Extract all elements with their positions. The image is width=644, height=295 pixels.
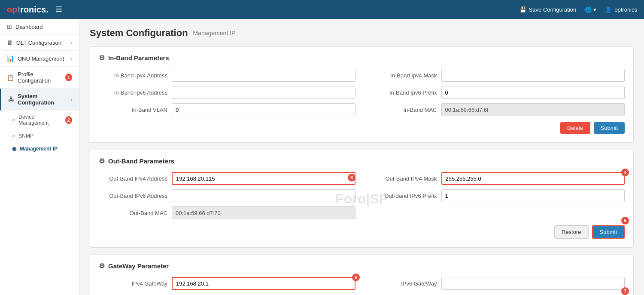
badge-6: 6 — [352, 273, 360, 281]
ipv6-prefix-row: In-Band Ipv6 Prefix — [368, 86, 625, 99]
mac-row: In-Band MAC — [368, 103, 625, 116]
ipv6-gateway-label: IPv6 GateWay — [368, 280, 437, 287]
out-ipv6-prefix-input[interactable] — [441, 189, 625, 202]
out-band-form: Out-Band IPv4 Address 3 Out-Band IPv6 Ad… — [99, 172, 625, 219]
out-mac-label: Out-Band MAC — [99, 210, 167, 216]
navbar: optronics. ☰ 💾 Save Configuration 🌐 ▾ 👤 … — [0, 0, 644, 19]
out-ipv6-prefix-row: Out-Band IPv6 Prefix — [368, 189, 625, 202]
vlan-row: In-Band VLAN — [99, 103, 355, 116]
out-band-restore-button[interactable]: Restore — [554, 225, 589, 239]
out-band-right: Out-Band IPv4 Mask 4 Out-Band IPv6 Prefi… — [368, 172, 625, 219]
user-button[interactable]: 👤 optronics — [605, 6, 637, 13]
profile-icon: 📋 — [7, 74, 14, 81]
gateway-section: ⚙ GateWay Parameter IPv4 GateWay 6 IPv6 … — [90, 255, 634, 295]
out-ipv4-address-input[interactable] — [172, 172, 355, 185]
page-header: System Configuration Management IP — [90, 28, 634, 39]
hamburger-icon[interactable]: ☰ — [55, 5, 62, 14]
logo-rest: ronics. — [20, 5, 49, 15]
globe-chevron: ▾ — [593, 6, 596, 13]
main-content: System Configuration Management IP ⚙ In-… — [79, 19, 644, 295]
sidebar-sub-item-device-mgmt[interactable]: ○ Device Management 2 — [0, 111, 79, 129]
system-icon: 🖧 — [8, 96, 14, 103]
ipv4-address-input[interactable] — [172, 69, 355, 82]
badge-7: 7 — [621, 287, 629, 295]
page-subtitle: Management IP — [193, 30, 236, 37]
circle-icon: ○ — [12, 133, 15, 139]
sidebar-item-onu-mgmt[interactable]: 📊 ONU Management ‹ — [0, 51, 79, 67]
ipv6-prefix-input[interactable] — [441, 86, 625, 99]
olt-icon: 🖥 — [7, 39, 13, 46]
sidebar-item-dashboard[interactable]: ⊞ Dashboard — [0, 19, 79, 35]
save-config-button[interactable]: 💾 Save Configuration — [519, 6, 577, 13]
in-band-left: In-Band Ipv4 Address In-Band Ipv6 Addres… — [99, 69, 355, 116]
ipv4-gateway-label: IPv4 GateWay — [99, 280, 167, 287]
sidebar-sub-label: Device Management — [18, 114, 61, 126]
sidebar-item-olt-config[interactable]: 🖥 OLT Configuration ‹ — [0, 35, 79, 51]
sidebar-sub-item-snmp[interactable]: ○ SNMP — [0, 129, 79, 142]
ipv6-address-input[interactable] — [172, 86, 355, 99]
sidebar-item-profile-config[interactable]: 📋 Profile Configuration 1 — [0, 67, 79, 89]
dashboard-icon: ⊞ — [7, 23, 12, 30]
save-config-label: Save Configuration — [529, 6, 577, 13]
chevron-icon: ‹ — [70, 97, 72, 102]
out-band-btn-row: 5 Restore Submit — [99, 225, 625, 239]
ipv6-gateway-input[interactable] — [441, 277, 625, 290]
main-layout: ⊞ Dashboard 🖥 OLT Configuration ‹ 📊 ONU … — [0, 19, 644, 295]
ipv4-mask-label: In-Band Ipv4 Mask — [368, 72, 437, 79]
in-band-section: ⚙ In-Band Parameters In-Band Ipv4 Addres… — [90, 46, 634, 143]
mac-label: In-Band MAC — [368, 107, 437, 113]
logo: optronics. — [7, 5, 49, 15]
ipv4-gateway-row: IPv4 GateWay 6 — [99, 277, 355, 290]
sidebar-item-label: System Configuration — [18, 93, 67, 106]
sidebar-sub-label: Management IP — [20, 146, 58, 152]
ipv4-address-label: In-Band Ipv4 Address — [99, 72, 167, 79]
logo-blue: t — [17, 5, 20, 15]
device-badge: 2 — [65, 116, 72, 124]
in-band-header: ⚙ In-Band Parameters — [99, 54, 625, 62]
out-ipv6-address-row: Out-Band IPv6 Address — [99, 189, 355, 202]
out-band-icon: ⚙ — [99, 157, 105, 165]
ipv6-address-label: In-Band Ipv6 Address — [99, 89, 167, 96]
out-ipv6-prefix-label: Out-Band IPv6 Prefix — [368, 193, 437, 199]
out-ipv4-address-label: Out-Band IPv4 Address — [99, 175, 167, 182]
badge-5: 5 — [621, 217, 629, 224]
in-band-icon: ⚙ — [99, 54, 105, 62]
ipv4-mask-input[interactable] — [441, 69, 625, 82]
out-ipv4-mask-row: Out-Band IPv4 Mask 4 — [368, 172, 625, 185]
in-band-title: In-Band Parameters — [108, 54, 169, 61]
out-ipv6-address-input[interactable] — [172, 189, 355, 202]
ipv4-address-row: In-Band Ipv4 Address — [99, 69, 355, 82]
out-ipv4-mask-input[interactable] — [441, 172, 625, 185]
navbar-right: 💾 Save Configuration 🌐 ▾ 👤 optronics — [519, 6, 637, 13]
gateway-left: IPv4 GateWay 6 — [99, 277, 355, 290]
out-band-section: Foro|SP ⚙ Out-Band Parameters Out-Band I… — [90, 150, 634, 248]
save-icon: 💾 — [519, 6, 526, 13]
out-band-submit-button[interactable]: Submit — [592, 225, 625, 239]
out-ipv4-mask-label: Out-Band IPv4 Mask — [368, 175, 437, 182]
gateway-title: GateWay Parameter — [108, 262, 169, 270]
vlan-label: In-Band VLAN — [99, 107, 167, 113]
navbar-left: optronics. ☰ — [7, 5, 62, 15]
globe-button[interactable]: 🌐 ▾ — [585, 6, 596, 13]
ipv6-gateway-row: IPv6 GateWay — [368, 277, 625, 290]
vlan-input[interactable] — [172, 103, 355, 116]
user-label: optronics — [614, 6, 637, 13]
ipv6-address-row: In-Band Ipv6 Address — [99, 86, 355, 99]
badge-3: 3 — [348, 174, 355, 181]
out-mac-row: Out-Band MAC — [99, 206, 355, 219]
ipv4-gateway-input[interactable] — [172, 277, 355, 290]
in-band-submit-button[interactable]: Submit — [594, 122, 625, 134]
ipv4-mask-row: In-Band Ipv4 Mask — [368, 69, 625, 82]
chevron-icon: ‹ — [70, 40, 72, 45]
sidebar-item-label: OLT Configuration — [16, 40, 61, 46]
sidebar-sub-item-management-ip[interactable]: ◉ Management IP — [0, 142, 79, 155]
sidebar-item-system-config[interactable]: 🖧 System Configuration ‹ — [0, 89, 79, 111]
gateway-header: ⚙ GateWay Parameter — [99, 262, 625, 270]
chevron-icon: ‹ — [70, 56, 72, 61]
circle-icon: ○ — [12, 117, 15, 123]
in-band-delete-button[interactable]: Delete — [560, 122, 590, 134]
user-icon: 👤 — [605, 6, 612, 13]
gateway-right: IPv6 GateWay — [368, 277, 625, 290]
in-band-right: In-Band Ipv4 Mask In-Band Ipv6 Prefix In… — [368, 69, 625, 116]
globe-icon: 🌐 — [585, 6, 592, 13]
